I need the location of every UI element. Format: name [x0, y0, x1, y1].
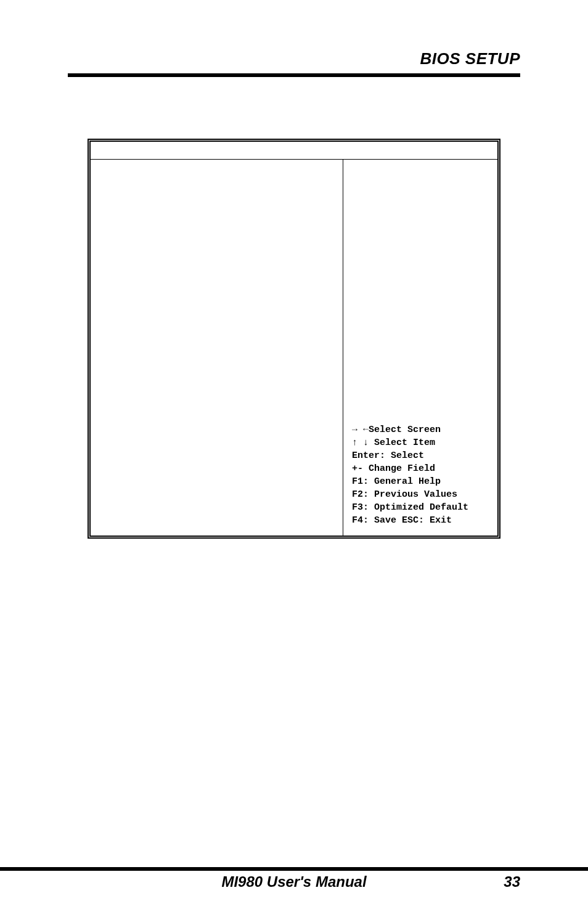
nav-f4: F4: Save ESC: Exit	[352, 514, 491, 527]
footer-page-number: 33	[504, 873, 520, 891]
nav-f1: F1: General Help	[352, 475, 491, 488]
nav-select-item: ↑ ↓ Select Item	[352, 436, 491, 449]
bios-top-row	[91, 142, 497, 160]
header-title: BIOS SETUP	[68, 49, 520, 68]
nav-f3: F3: Optimized Default	[352, 501, 491, 514]
bios-frame: → ←Select Screen ↑ ↓ Select Item Enter: …	[88, 139, 500, 539]
nav-enter: Enter: Select	[352, 449, 491, 462]
bios-right-pane: → ←Select Screen ↑ ↓ Select Item Enter: …	[343, 160, 497, 536]
bios-content-row: → ←Select Screen ↑ ↓ Select Item Enter: …	[91, 160, 497, 536]
nav-change-field: +- Change Field	[352, 462, 491, 475]
nav-select-screen: → ←Select Screen	[352, 423, 491, 436]
footer-manual-title: MI980 User's Manual	[221, 873, 366, 891]
header-rule	[68, 73, 520, 77]
nav-help-block: → ←Select Screen ↑ ↓ Select Item Enter: …	[352, 423, 491, 527]
nav-f2: F2: Previous Values	[352, 488, 491, 501]
footer-row: MI980 User's Manual 33	[0, 867, 588, 891]
bios-left-pane	[91, 160, 343, 536]
